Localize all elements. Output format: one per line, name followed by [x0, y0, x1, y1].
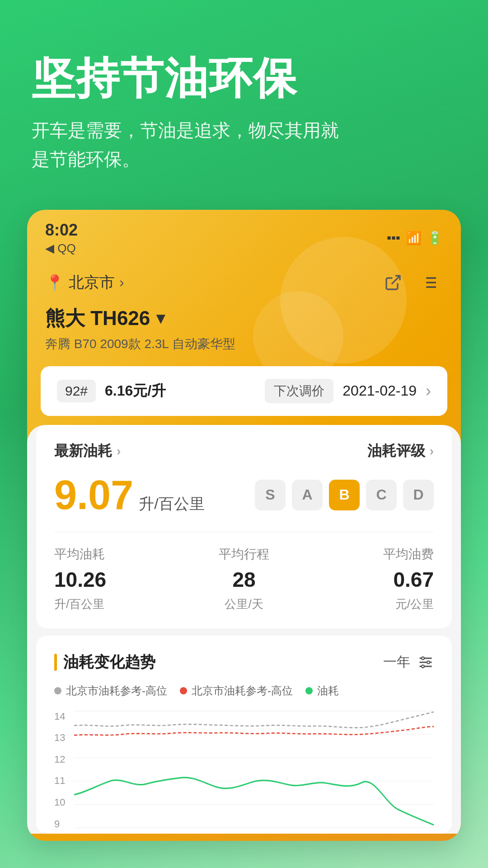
- list-button[interactable]: [416, 269, 443, 296]
- legend-label-gray: 北京市油耗参考-高位: [66, 684, 167, 698]
- content-area: 最新油耗 › 油耗评级 › 9.07 升/百公里 S A: [27, 425, 461, 834]
- y-label-12: 12: [54, 754, 65, 765]
- red-line: [74, 726, 434, 735]
- phone-card-inner: 8:02 ◀ QQ ▪▪▪ 📶 🔋 📍 北京市 ›: [27, 210, 461, 834]
- stat-avg-cost-unit: 元/公里: [307, 596, 434, 612]
- grade-s-button[interactable]: S: [255, 480, 286, 510]
- stat-avg-cost-label: 平均油费: [307, 546, 434, 563]
- location-left[interactable]: 📍 北京市 ›: [45, 272, 124, 293]
- oil-value-row: 9.07 升/百公里 S A B C D: [54, 475, 434, 515]
- fuel-left: 92# 6.16元/升: [57, 380, 166, 402]
- car-name-text: 熊大 TH626: [45, 305, 150, 332]
- oil-rating-label[interactable]: 油耗评级 ›: [367, 441, 434, 461]
- status-bar: 8:02 ◀ QQ ▪▪▪ 📶 🔋: [27, 210, 461, 260]
- oil-stats: 平均油耗 10.26 升/百公里 平均行程 28 公里/天 平均油费 0.67 …: [54, 532, 434, 612]
- stat-avg-trip-value: 28: [181, 567, 307, 592]
- status-app: ◀ QQ: [45, 241, 78, 255]
- dropdown-icon: ▾: [156, 309, 164, 328]
- trend-title-bar: [54, 654, 57, 671]
- stat-avg-oil-unit: 升/百公里: [54, 596, 181, 612]
- location-bar: 📍 北京市 ›: [27, 260, 461, 301]
- y-label-13: 13: [54, 732, 65, 744]
- phone-card: 8:02 ◀ QQ ▪▪▪ 📶 🔋 📍 北京市 ›: [27, 210, 461, 841]
- next-adjust-label: 下次调价: [265, 379, 333, 403]
- location-pin-icon: 📍: [45, 274, 64, 292]
- oil-latest-label[interactable]: 最新油耗 ›: [54, 441, 121, 461]
- legend-label-green: 油耗: [317, 684, 339, 698]
- fuel-right[interactable]: 下次调价 2021-02-19 ›: [265, 379, 431, 403]
- city-name: 北京市: [69, 272, 115, 293]
- header-section: 坚持节油环保 开车是需要，节油是追求，物尽其用就是节能环保。: [0, 0, 488, 201]
- y-label-11: 11: [54, 775, 65, 787]
- stat-avg-trip-unit: 公里/天: [181, 596, 307, 612]
- legend-dot-red: [180, 687, 187, 694]
- oil-value: 9.07 升/百公里: [54, 475, 205, 515]
- wifi-icon: 📶: [406, 231, 422, 245]
- subtitle: 开车是需要，节油是追求，物尽其用就是节能环保。: [32, 116, 339, 174]
- trend-title-text: 油耗变化趋势: [63, 652, 155, 673]
- grade-b-button[interactable]: B: [329, 480, 360, 510]
- signal-icon: ▪▪▪: [387, 231, 400, 245]
- fuel-price-card: 92# 6.16元/升 下次调价 2021-02-19 ›: [41, 366, 447, 416]
- grade-c-button[interactable]: C: [366, 480, 397, 510]
- stat-avg-cost: 平均油费 0.67 元/公里: [307, 546, 434, 612]
- chart-svg: [74, 707, 434, 834]
- car-name[interactable]: 熊大 TH626 ▾: [45, 305, 443, 332]
- car-info: 熊大 TH626 ▾ 奔腾 B70 2009款 2.3L 自动豪华型: [27, 301, 461, 366]
- chart-area: 14 13 12 11 10 9: [54, 707, 434, 834]
- location-right: [380, 269, 443, 296]
- svg-point-11: [427, 661, 430, 664]
- oil-unit: 升/百公里: [139, 494, 204, 514]
- chevron-right-icon: ›: [119, 274, 124, 291]
- legend-item-gray: 北京市油耗参考-高位: [54, 684, 167, 698]
- oil-number: 9.07: [54, 475, 133, 515]
- legend-item-green: 油耗: [305, 684, 339, 698]
- svg-point-12: [422, 665, 424, 668]
- trend-title: 油耗变化趋势: [54, 652, 155, 673]
- share-button[interactable]: [380, 269, 407, 296]
- trend-card: 油耗变化趋势 一年: [36, 636, 452, 834]
- svg-line-0: [392, 276, 400, 284]
- y-label-9: 9: [54, 818, 65, 830]
- legend-dot-gray: [54, 687, 61, 694]
- green-line: [74, 777, 434, 825]
- oil-latest-arrow: ›: [117, 444, 121, 458]
- status-right: ▪▪▪ 📶 🔋: [387, 231, 443, 245]
- oil-rating-text: 油耗评级: [367, 441, 425, 461]
- oil-card-header: 最新油耗 › 油耗评级 ›: [54, 441, 434, 461]
- stat-avg-oil-label: 平均油耗: [54, 546, 181, 563]
- stat-avg-oil-value: 10.26: [54, 567, 181, 592]
- arrow-right-icon: ›: [426, 382, 431, 401]
- trend-period: 一年: [383, 653, 410, 671]
- gray-line: [74, 712, 434, 727]
- svg-point-10: [422, 657, 424, 660]
- stat-avg-trip-label: 平均行程: [181, 546, 307, 563]
- legend: 北京市油耗参考-高位 北京市油耗参考-高位 油耗: [54, 684, 434, 698]
- adjust-date: 2021-02-19: [343, 382, 417, 399]
- filter-icon[interactable]: [418, 654, 434, 670]
- fuel-price: 6.16元/升: [105, 381, 166, 401]
- oil-card: 最新油耗 › 油耗评级 › 9.07 升/百公里 S A: [36, 425, 452, 628]
- trend-header: 油耗变化趋势 一年: [54, 652, 434, 673]
- main-title: 坚持节油环保: [32, 54, 456, 102]
- status-left: 8:02 ◀ QQ: [45, 221, 78, 255]
- status-time: 8:02: [45, 221, 78, 240]
- battery-icon: 🔋: [427, 231, 443, 245]
- grade-d-button[interactable]: D: [403, 480, 434, 510]
- stat-avg-trip: 平均行程 28 公里/天: [181, 546, 307, 612]
- grade-a-button[interactable]: A: [292, 480, 323, 510]
- y-label-10: 10: [54, 797, 65, 808]
- car-model: 奔腾 B70 2009款 2.3L 自动豪华型: [45, 335, 443, 353]
- legend-dot-green: [305, 687, 313, 694]
- legend-item-red: 北京市油耗参考-高位: [180, 684, 293, 698]
- oil-rating-arrow: ›: [430, 444, 434, 458]
- oil-latest-text: 最新油耗: [54, 441, 112, 461]
- fuel-grade: 92#: [57, 380, 96, 402]
- y-label-14: 14: [54, 711, 65, 722]
- trend-controls[interactable]: 一年: [383, 653, 434, 671]
- stat-avg-oil: 平均油耗 10.26 升/百公里: [54, 546, 181, 612]
- legend-label-red: 北京市油耗参考-高位: [192, 684, 293, 698]
- grade-buttons: S A B C D: [255, 480, 434, 510]
- stat-avg-cost-value: 0.67: [307, 567, 434, 592]
